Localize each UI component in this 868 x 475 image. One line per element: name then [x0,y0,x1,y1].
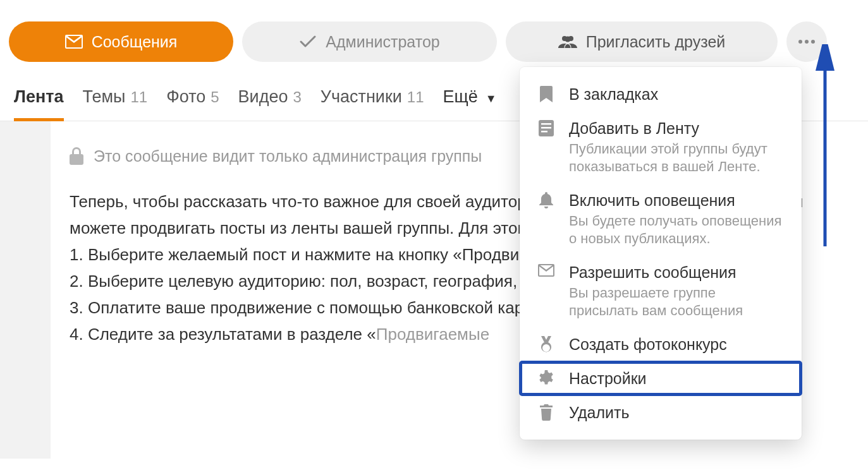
more-actions-dropdown: В закладках Добавить в Ленту Публикации … [520,67,802,440]
admin-label: Администратор [326,33,439,51]
tab-label: Темы [83,87,126,107]
svg-rect-8 [541,127,551,129]
admin-button[interactable]: Администратор [242,21,497,62]
bell-icon [537,191,555,208]
tab-topics[interactable]: Темы 11 [83,87,148,121]
admin-note-text: Это сообщение видит только администрация… [94,143,482,169]
tab-videos[interactable]: Видео 3 [238,87,302,121]
more-actions-button[interactable] [786,21,827,62]
lock-icon [70,147,83,165]
tab-more[interactable]: Ещё ▼ [443,87,497,121]
svg-point-4 [805,40,809,44]
menu-title: В закладках [569,85,784,104]
tab-label: Фото [166,87,205,107]
tab-feed[interactable]: Лента [14,87,64,121]
menu-item-allow-messages[interactable]: Разрешить сообщения Вы разрешаете группе… [520,255,802,327]
invite-label: Пригласить друзей [586,33,726,51]
menu-title: Добавить в Ленту [569,119,784,138]
menu-title: Разрешить сообщения [569,263,784,282]
bookmark-icon [537,85,555,102]
tab-label: Лента [14,87,64,107]
tab-photos[interactable]: Фото 5 [166,87,219,121]
tab-label: Участники [321,87,402,107]
invite-friends-button[interactable]: Пригласить друзей [506,21,778,62]
menu-item-notifications[interactable]: Включить оповещения Вы будете получать о… [520,183,802,255]
menu-item-settings[interactable]: Настройки [520,361,802,395]
content-gutter [0,121,51,459]
tab-count: 5 [211,88,219,106]
menu-item-photo-contest[interactable]: Создать фотоконкурс [520,327,802,361]
menu-item-add-to-feed[interactable]: Добавить в Ленту Публикации этой группы … [520,111,802,183]
mail-icon [65,35,83,49]
chevron-down-icon: ▼ [486,92,497,105]
tab-label: Ещё [443,87,478,107]
tab-count: 11 [407,88,424,106]
check-icon [299,35,317,49]
tab-count: 11 [130,88,147,106]
menu-item-delete[interactable]: Удалить [520,395,802,430]
gear-icon [537,369,555,387]
svg-point-3 [798,40,802,44]
post-step-4-link[interactable]: Продвигаемые [376,325,489,344]
dots-icon [798,39,816,44]
tab-members[interactable]: Участники 11 [321,87,424,121]
svg-point-2 [565,37,570,42]
medal-icon [537,335,555,354]
messages-label: Сообщения [92,33,178,51]
menu-title: Создать фотоконкурс [569,335,784,354]
menu-subtitle: Вы будете получать оповещения о новых пу… [569,212,784,248]
messages-button[interactable]: Сообщения [9,21,233,62]
menu-subtitle: Вы разрешаете группе присылать вам сообщ… [569,284,784,320]
svg-rect-9 [541,131,547,133]
menu-title: Включить оповещения [569,191,784,210]
group-icon [558,35,577,49]
menu-subtitle: Публикации этой группы будут показыватьс… [569,140,784,176]
svg-rect-7 [541,123,551,125]
tab-count: 3 [293,88,301,106]
feed-icon [537,119,555,136]
menu-title: Удалить [569,403,784,422]
tab-label: Видео [238,87,288,107]
mail-icon [537,263,555,277]
menu-title: Настройки [569,369,784,388]
action-bar: Сообщения Администратор Пригласить друзе… [0,0,868,72]
menu-item-bookmarks[interactable]: В закладках [520,77,802,111]
svg-point-5 [811,40,815,44]
trash-icon [537,403,555,421]
